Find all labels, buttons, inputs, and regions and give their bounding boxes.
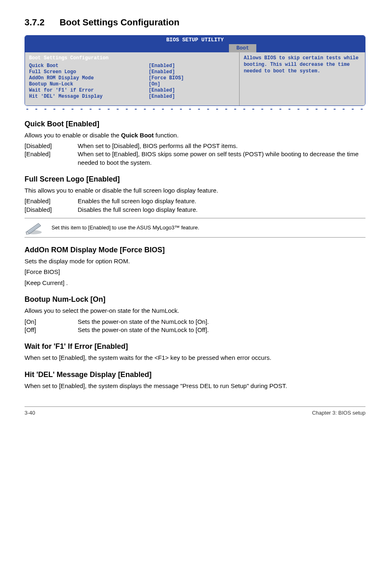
fullscreen-title: Full Screen Logo [Enabled] [25, 174, 365, 184]
quickboot-options: [Disabled]When set to [Disabled], BIOS p… [25, 142, 365, 167]
bios-tab-bar: Boot [25, 44, 365, 52]
page-number: 3-40 [25, 409, 35, 417]
bios-left-panel: Boot Settings Configuration Quick Boot[E… [25, 52, 239, 105]
fullscreen-desc: This allows you to enable or disable the… [25, 186, 365, 195]
bios-help-panel: Allows BIOS to skip certain tests while … [239, 52, 365, 105]
note-callout: Set this item to [Enabled] to use the AS… [25, 218, 365, 238]
page-footer: 3-40 Chapter 3: BIOS setup [25, 406, 365, 417]
bios-body: Boot Settings Configuration Quick Boot[E… [25, 52, 365, 105]
fullscreen-options: [Enabled]Enables the full screen logo di… [25, 197, 365, 214]
list-item: [Disabled]When set to [Disabled], BIOS p… [25, 142, 365, 150]
quickboot-desc: Allows you to enable or disable the Quic… [25, 131, 365, 139]
bios-row: Bootup Num-Lock[On] [29, 81, 235, 88]
bios-screenshot: BIOS SETUP UTILITY Boot Boot Settings Co… [25, 35, 365, 106]
addon-line-1: [Keep Current] . [25, 279, 365, 287]
bios-row: Wait for 'F1' if Error[Enabled] [29, 88, 235, 94]
bios-utility-title: BIOS SETUP UTILITY [25, 36, 365, 45]
bios-panel-title: Boot Settings Configuration [29, 55, 235, 61]
bios-row: Hit 'DEL' Message Display[Enabled] [29, 94, 235, 100]
numlock-options: [On]Sets the power-on state of the NumLo… [25, 318, 365, 334]
numlock-desc: Allows you to select the power-on state … [25, 307, 365, 315]
bios-row: AddOn ROM Display Mode[Force BIOS] [29, 75, 235, 81]
chapter-label: Chapter 3: BIOS setup [312, 409, 365, 417]
note-text: Set this item to [Enabled] to use the AS… [52, 224, 199, 231]
heading-number: 3.7.2 [25, 17, 45, 27]
list-item: [On]Sets the power-on state of the NumLo… [25, 318, 365, 326]
hitdel-desc: When set to [Enabled], the system displa… [25, 382, 365, 390]
addon-desc: Sets the display mode for option ROM. [25, 257, 365, 265]
bios-row: Quick Boot[Enabled] [29, 63, 235, 69]
bios-tab-boot: Boot [229, 44, 256, 52]
numlock-title: Bootup Num-Lock [On] [25, 294, 365, 304]
heading-title: Boot Settings Configuration [60, 17, 179, 27]
hitdel-title: Hit 'DEL' Message Display [Enabled] [25, 370, 365, 379]
pencil-icon [25, 221, 44, 235]
list-item: [Enabled]Enables the full screen logo di… [25, 197, 365, 205]
list-item: [Off]Sets the power-on state of the NumL… [25, 326, 365, 334]
list-item: [Enabled]When set to [Enabled], BIOS ski… [25, 150, 365, 167]
addon-line-0: [Force BIOS] [25, 268, 365, 276]
list-item: [Disabled]Disables the full screen logo … [25, 206, 365, 214]
bios-separator: -------------------------------------- [25, 108, 365, 112]
quickboot-title: Quick Boot [Enabled] [25, 119, 365, 129]
waitf1-title: Wait for 'F1' If Error [Enabled] [25, 341, 365, 351]
bios-row: Full Screen Logo[Enabled] [29, 69, 235, 75]
section-heading: 3.7.2 Boot Settings Configuration [25, 16, 365, 29]
waitf1-desc: When set to [Enabled], the system waits … [25, 354, 365, 362]
addon-title: AddOn ROM Display Mode [Force BIOS] [25, 245, 365, 255]
